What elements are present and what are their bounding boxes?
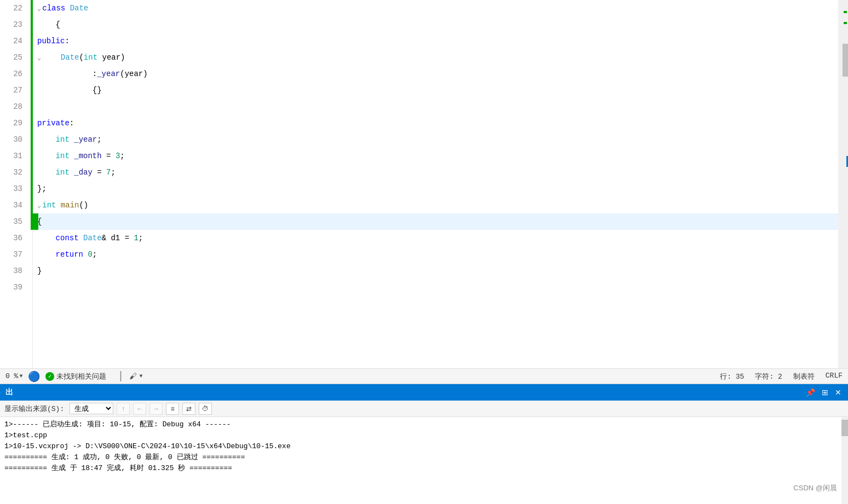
no-problems-indicator: ✓ 未找到相关问题 (45, 372, 106, 381)
token-kw-int: int (56, 152, 70, 160)
token-normal (70, 152, 74, 160)
paintbrush-icon[interactable]: 🖌 (129, 372, 137, 381)
token-normal: : (70, 119, 74, 128)
close-button[interactable]: ✕ (834, 387, 843, 398)
pin-button[interactable]: 📌 (805, 387, 816, 398)
paintbrush-dropdown-arrow[interactable]: ▼ (139, 373, 142, 379)
status-bar: 0 % ▼ 🔵 ✓ 未找到相关问题 | 🖌 ▼ 行: 35 字符: 2 制表符 … (0, 368, 848, 384)
toggle-btn[interactable]: ⇄ (182, 403, 195, 415)
tab-info: 制表符 (793, 372, 815, 381)
token-kw-return: return (56, 250, 83, 259)
zoom-control[interactable]: 0 % ▼ (5, 372, 22, 380)
token-number: 0 (88, 250, 92, 259)
output-toolbar: 显示输出来源(S): 生成 ↑ ← → ≡ ⇄ ⏱ (0, 401, 848, 417)
token-normal: & d1 = (102, 234, 134, 242)
token-normal (37, 152, 56, 160)
token-normal: = (93, 168, 106, 177)
token-normal (37, 168, 56, 177)
code-line-36: const Date& d1 = 1; (37, 230, 838, 246)
token-normal: : (37, 69, 97, 78)
line-number-38: 38 (0, 263, 27, 279)
line-number-29: 29 (0, 115, 27, 131)
code-line-35: { (37, 213, 838, 230)
minimap (843, 0, 848, 368)
token-kw-private: private (37, 119, 70, 128)
token-normal: }; (37, 184, 47, 193)
code-line-32: int _day = 7; (37, 164, 838, 181)
token-normal: () (79, 201, 88, 210)
line-number-27: 27 (0, 82, 27, 99)
emoji-icon[interactable]: 🔵 (28, 370, 40, 383)
token-kw-int: int (42, 201, 56, 210)
output-line: 1>------ 已启动生成: 项目: 10-15, 配置: Debug x64… (4, 419, 837, 430)
token-collapse: ⌄ (37, 4, 41, 13)
scroll-next-btn[interactable]: → (149, 403, 163, 415)
source-label: 显示输出来源(S): (4, 404, 64, 414)
token-kw-const: const (56, 234, 79, 242)
token-normal (65, 4, 70, 13)
paint-brush-icon-area[interactable]: 🖌 ▼ (129, 372, 142, 381)
output-content-wrapper: 1>------ 已启动生成: 项目: 10-15, 配置: Debug x64… (0, 417, 848, 504)
token-member-var: _year (74, 135, 97, 144)
scroll-up-btn[interactable]: ↑ (117, 403, 130, 415)
line-number-25: 25 (0, 49, 27, 66)
float-button[interactable]: ⊞ (821, 387, 829, 398)
token-normal: {} (37, 86, 102, 95)
code-line-34: ⌄int main() (37, 197, 838, 213)
zoom-dropdown-arrow[interactable]: ▼ (19, 373, 22, 379)
line-number-24: 24 (0, 33, 27, 49)
token-kw-int: int (84, 53, 97, 62)
token-kw-int: int (56, 168, 70, 177)
code-line-24: public: (37, 33, 838, 49)
code-line-38: } (37, 263, 838, 279)
token-normal (42, 53, 61, 62)
token-normal (56, 201, 60, 210)
token-normal: ( (79, 53, 83, 62)
token-normal: ; (111, 168, 115, 177)
token-collapse: ⌄ (37, 54, 41, 62)
token-normal: ; (97, 135, 101, 144)
vertical-scrollbar[interactable] (838, 0, 848, 368)
output-line: ========== 生成 于 18:47 完成, 耗时 01.325 秒 ==… (4, 463, 837, 474)
scope-indicator (31, 0, 33, 230)
clock-btn[interactable]: ⏱ (199, 403, 212, 415)
output-content: 1>------ 已启动生成: 项目: 10-15, 配置: Debug x64… (0, 417, 841, 504)
line-number-34: 34 (0, 197, 27, 213)
code-line-30: int _year; (37, 131, 838, 148)
line-number-32: 32 (0, 164, 27, 181)
token-normal: { (37, 20, 60, 29)
line-number-37: 37 (0, 246, 27, 263)
token-normal: ; (120, 152, 124, 160)
code-line-27: {} (37, 82, 838, 99)
line-number-31: 31 (0, 148, 27, 164)
output-panel: 出 📌 ⊞ ✕ 显示输出来源(S): 生成 ↑ ← → ≡ ⇄ ⏱ 1>----… (0, 384, 848, 504)
token-number: 1 (134, 234, 138, 242)
token-normal: year) (97, 53, 125, 62)
output-scrollbar-thumb[interactable] (841, 420, 848, 436)
word-wrap-btn[interactable]: ≡ (166, 403, 179, 415)
scroll-prev-btn[interactable]: ← (133, 403, 146, 415)
token-normal (37, 250, 56, 259)
token-normal: = (102, 152, 116, 160)
scrollbar-thumb[interactable] (843, 44, 848, 77)
line-number-33: 33 (0, 181, 27, 197)
code-line-28 (37, 99, 838, 115)
code-line-26: :_year(year) (37, 66, 838, 82)
token-normal (37, 234, 56, 242)
line-number-23: 23 (0, 16, 27, 33)
output-scrollbar[interactable] (841, 417, 848, 504)
code-lines-container: ⌄class Date {public:⌄ Date(int year) :_y… (33, 0, 838, 368)
source-select[interactable]: 生成 (70, 403, 113, 414)
token-collapse: ⌄ (37, 201, 41, 210)
token-normal: (year) (120, 69, 147, 78)
line-number-26: 26 (0, 66, 27, 82)
token-number: 7 (106, 168, 111, 177)
code-line-29: private: (37, 115, 838, 131)
code-content: 222324252627282930313233343536373839 ⌄cl… (0, 0, 848, 368)
line-number-28: 28 (0, 99, 27, 115)
token-normal: } (37, 267, 42, 275)
row-info: 行: 35 (720, 372, 744, 381)
token-kw-class: class (42, 4, 65, 13)
output-panel-title: 出 (5, 387, 805, 397)
line-number-39: 39 (0, 279, 27, 296)
